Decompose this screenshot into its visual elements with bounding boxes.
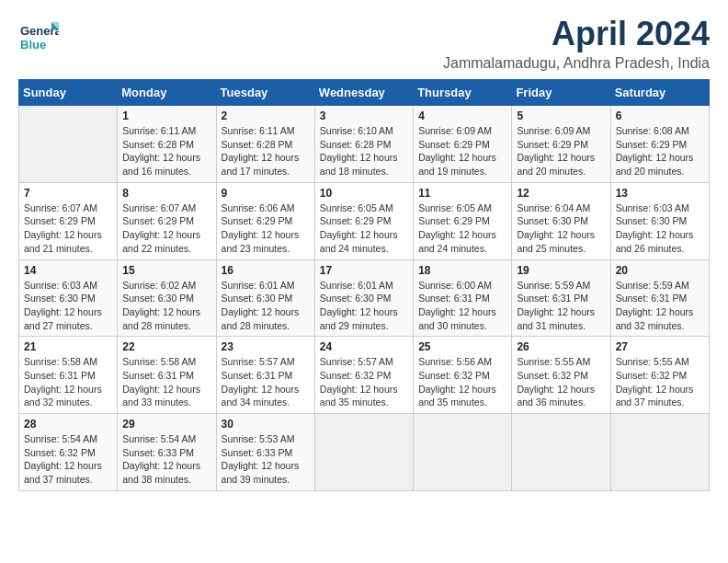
main-title: April 2024 <box>443 15 710 53</box>
day-number: 20 <box>616 264 704 277</box>
day-info: Sunrise: 6:07 AM Sunset: 6:29 PM Dayligh… <box>24 201 112 256</box>
table-row <box>19 106 118 183</box>
day-info: Sunrise: 6:06 AM Sunset: 6:29 PM Dayligh… <box>222 201 310 256</box>
table-row: 23Sunrise: 5:57 AM Sunset: 6:31 PM Dayli… <box>216 337 314 414</box>
day-number: 30 <box>222 418 310 431</box>
day-number: 23 <box>222 340 310 353</box>
day-number: 1 <box>122 109 210 122</box>
day-number: 19 <box>517 264 605 277</box>
day-number: 10 <box>320 187 408 200</box>
table-row: 2Sunrise: 6:11 AM Sunset: 6:28 PM Daylig… <box>216 106 314 183</box>
subtitle: Jammalamadugu, Andhra Pradesh, India <box>443 55 710 72</box>
table-row: 30Sunrise: 5:53 AM Sunset: 6:33 PM Dayli… <box>216 414 314 491</box>
day-info: Sunrise: 6:05 AM Sunset: 6:29 PM Dayligh… <box>418 201 506 256</box>
title-area: April 2024 Jammalamadugu, Andhra Pradesh… <box>443 15 710 72</box>
weekday-header-row: Sunday Monday Tuesday Wednesday Thursday… <box>19 80 710 106</box>
day-info: Sunrise: 6:02 AM Sunset: 6:30 PM Dayligh… <box>122 279 210 333</box>
table-row: 29Sunrise: 5:54 AM Sunset: 6:33 PM Dayli… <box>118 414 216 491</box>
day-info: Sunrise: 6:03 AM Sunset: 6:30 PM Dayligh… <box>616 201 704 256</box>
table-row: 27Sunrise: 5:55 AM Sunset: 6:32 PM Dayli… <box>610 337 709 414</box>
table-row: 4Sunrise: 6:09 AM Sunset: 6:29 PM Daylig… <box>414 106 512 183</box>
day-info: Sunrise: 6:09 AM Sunset: 6:29 PM Dayligh… <box>517 124 605 178</box>
weekday-wednesday: Wednesday <box>314 80 413 106</box>
table-row: 8Sunrise: 6:07 AM Sunset: 6:29 PM Daylig… <box>118 182 216 259</box>
header: General Blue April 2024 Jammalamadugu, A… <box>18 15 710 72</box>
day-info: Sunrise: 5:58 AM Sunset: 6:31 PM Dayligh… <box>122 355 210 409</box>
day-number: 16 <box>222 264 310 277</box>
table-row: 25Sunrise: 5:56 AM Sunset: 6:32 PM Dayli… <box>414 337 512 414</box>
day-info: Sunrise: 6:00 AM Sunset: 6:31 PM Dayligh… <box>418 279 506 333</box>
day-info: Sunrise: 6:07 AM Sunset: 6:29 PM Dayligh… <box>122 201 210 256</box>
day-number: 24 <box>320 340 408 353</box>
day-info: Sunrise: 6:10 AM Sunset: 6:28 PM Dayligh… <box>320 124 408 178</box>
table-row: 14Sunrise: 6:03 AM Sunset: 6:30 PM Dayli… <box>19 259 118 337</box>
day-number: 12 <box>517 187 605 200</box>
day-info: Sunrise: 5:57 AM Sunset: 6:32 PM Dayligh… <box>320 355 408 409</box>
table-row: 24Sunrise: 5:57 AM Sunset: 6:32 PM Dayli… <box>314 337 413 414</box>
table-row: 3Sunrise: 6:10 AM Sunset: 6:28 PM Daylig… <box>314 106 413 183</box>
weekday-sunday: Sunday <box>19 80 118 106</box>
day-info: Sunrise: 5:54 AM Sunset: 6:33 PM Dayligh… <box>122 432 210 487</box>
weekday-friday: Friday <box>512 80 610 106</box>
day-info: Sunrise: 6:04 AM Sunset: 6:30 PM Dayligh… <box>517 201 605 256</box>
day-number: 3 <box>320 109 408 122</box>
day-info: Sunrise: 5:53 AM Sunset: 6:33 PM Dayligh… <box>222 432 310 487</box>
day-number: 26 <box>517 340 605 353</box>
calendar-week-row: 21Sunrise: 5:58 AM Sunset: 6:31 PM Dayli… <box>19 337 710 414</box>
day-info: Sunrise: 6:11 AM Sunset: 6:28 PM Dayligh… <box>122 124 210 178</box>
day-number: 6 <box>616 109 704 122</box>
table-row: 13Sunrise: 6:03 AM Sunset: 6:30 PM Dayli… <box>610 182 709 259</box>
day-info: Sunrise: 5:55 AM Sunset: 6:32 PM Dayligh… <box>517 355 605 409</box>
day-info: Sunrise: 5:59 AM Sunset: 6:31 PM Dayligh… <box>616 279 704 333</box>
table-row: 21Sunrise: 5:58 AM Sunset: 6:31 PM Dayli… <box>19 337 118 414</box>
table-row <box>512 414 610 491</box>
day-number: 17 <box>320 264 408 277</box>
table-row: 1Sunrise: 6:11 AM Sunset: 6:28 PM Daylig… <box>118 106 216 183</box>
table-row: 11Sunrise: 6:05 AM Sunset: 6:29 PM Dayli… <box>414 182 512 259</box>
day-number: 7 <box>24 187 112 200</box>
day-number: 2 <box>222 109 310 122</box>
table-row: 12Sunrise: 6:04 AM Sunset: 6:30 PM Dayli… <box>512 182 610 259</box>
day-info: Sunrise: 6:11 AM Sunset: 6:28 PM Dayligh… <box>222 124 310 178</box>
day-info: Sunrise: 5:54 AM Sunset: 6:32 PM Dayligh… <box>24 432 112 487</box>
table-row: 22Sunrise: 5:58 AM Sunset: 6:31 PM Dayli… <box>118 337 216 414</box>
table-row: 9Sunrise: 6:06 AM Sunset: 6:29 PM Daylig… <box>216 182 314 259</box>
table-row: 28Sunrise: 5:54 AM Sunset: 6:32 PM Dayli… <box>19 414 118 491</box>
table-row: 18Sunrise: 6:00 AM Sunset: 6:31 PM Dayli… <box>414 259 512 337</box>
day-info: Sunrise: 5:55 AM Sunset: 6:32 PM Dayligh… <box>616 355 704 409</box>
day-number: 14 <box>24 264 112 277</box>
day-number: 25 <box>418 340 506 353</box>
table-row: 10Sunrise: 6:05 AM Sunset: 6:29 PM Dayli… <box>314 182 413 259</box>
day-info: Sunrise: 5:59 AM Sunset: 6:31 PM Dayligh… <box>517 279 605 333</box>
weekday-tuesday: Tuesday <box>216 80 314 106</box>
day-info: Sunrise: 6:09 AM Sunset: 6:29 PM Dayligh… <box>418 124 506 178</box>
table-row: 15Sunrise: 6:02 AM Sunset: 6:30 PM Dayli… <box>118 259 216 337</box>
day-number: 28 <box>24 418 112 431</box>
day-info: Sunrise: 6:01 AM Sunset: 6:30 PM Dayligh… <box>222 279 310 333</box>
day-info: Sunrise: 6:05 AM Sunset: 6:29 PM Dayligh… <box>320 201 408 256</box>
table-row: 6Sunrise: 6:08 AM Sunset: 6:29 PM Daylig… <box>610 106 709 183</box>
weekday-thursday: Thursday <box>414 80 512 106</box>
day-number: 15 <box>122 264 210 277</box>
calendar-table: Sunday Monday Tuesday Wednesday Thursday… <box>18 79 710 491</box>
svg-text:Blue: Blue <box>20 38 46 52</box>
table-row: 26Sunrise: 5:55 AM Sunset: 6:32 PM Dayli… <box>512 337 610 414</box>
day-number: 11 <box>418 187 506 200</box>
day-number: 18 <box>418 264 506 277</box>
day-info: Sunrise: 6:01 AM Sunset: 6:30 PM Dayligh… <box>320 279 408 333</box>
logo: General Blue <box>18 15 59 55</box>
weekday-saturday: Saturday <box>610 80 709 106</box>
table-row: 7Sunrise: 6:07 AM Sunset: 6:29 PM Daylig… <box>19 182 118 259</box>
table-row <box>314 414 413 491</box>
day-number: 21 <box>24 340 112 353</box>
day-number: 13 <box>616 187 704 200</box>
day-number: 29 <box>122 418 210 431</box>
calendar-week-row: 28Sunrise: 5:54 AM Sunset: 6:32 PM Dayli… <box>19 414 710 491</box>
day-number: 27 <box>616 340 704 353</box>
day-number: 8 <box>122 187 210 200</box>
day-info: Sunrise: 5:57 AM Sunset: 6:31 PM Dayligh… <box>222 355 310 409</box>
calendar-week-row: 14Sunrise: 6:03 AM Sunset: 6:30 PM Dayli… <box>19 259 710 337</box>
day-info: Sunrise: 6:08 AM Sunset: 6:29 PM Dayligh… <box>616 124 704 178</box>
table-row <box>414 414 512 491</box>
table-row: 20Sunrise: 5:59 AM Sunset: 6:31 PM Dayli… <box>610 259 709 337</box>
